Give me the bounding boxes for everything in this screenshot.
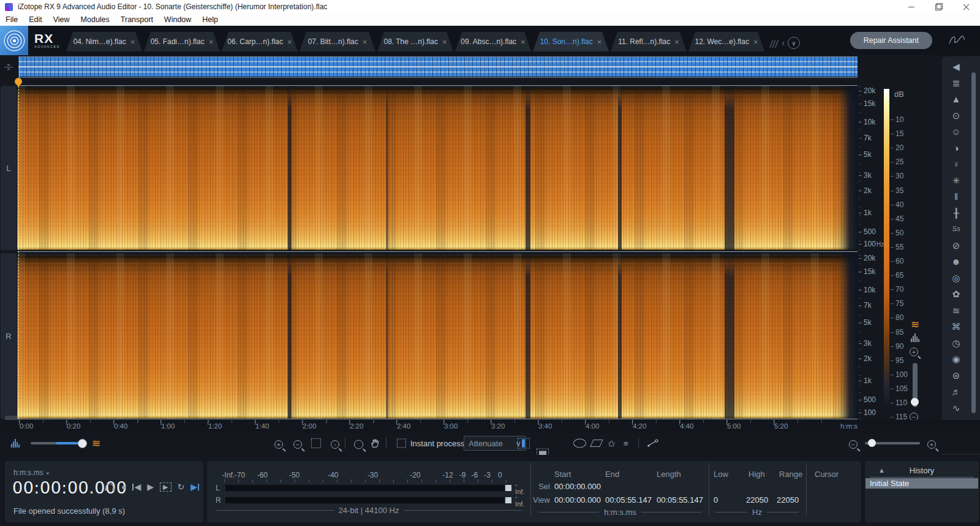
de-click-icon[interactable]: ╂	[953, 208, 959, 218]
waveform-spectrogram-blend-slider[interactable]	[31, 442, 87, 444]
tab-file-10[interactable]: 10. Son…n).flac×	[533, 32, 609, 51]
horizontal-zoom-slider[interactable]	[865, 442, 920, 444]
dialogue-de-reverb-icon[interactable]: ◉	[952, 354, 960, 364]
tab-close-icon[interactable]: ×	[130, 37, 135, 47]
tab-close-icon[interactable]: ×	[753, 37, 758, 47]
dialogue-contour-icon[interactable]: ⊜	[952, 370, 960, 381]
menu-modules[interactable]: Modules	[75, 13, 115, 26]
tab-file-8[interactable]: 08. The …n).flac×	[377, 32, 453, 51]
play-to-end-icon[interactable]: ▶	[190, 482, 199, 492]
zoom-in-vertical-icon[interactable]: +	[910, 348, 918, 356]
collapse-panel-icon[interactable]: ◀	[952, 61, 960, 72]
hand-tool-icon[interactable]	[370, 438, 380, 449]
zoom-out-icon[interactable]: −	[293, 440, 302, 449]
de-hum-icon[interactable]: ⊘	[952, 240, 960, 251]
tab-close-icon[interactable]: ×	[209, 37, 214, 47]
lasso-tool-icon[interactable]	[573, 439, 586, 448]
vertical-zoom-slider[interactable]	[913, 363, 918, 407]
de-clip-icon[interactable]: ‖	[954, 191, 958, 202]
de-plosive-icon[interactable]: ⊙	[952, 110, 960, 121]
mouth-de-click-icon[interactable]: ☻	[951, 256, 961, 267]
freq-range[interactable]: 22050	[777, 495, 799, 505]
dialogue-isolate-icon[interactable]: ◷	[952, 338, 960, 348]
wand-settings-icon[interactable]: ≡	[624, 439, 628, 448]
breath-control-icon[interactable]: ☺	[951, 126, 960, 137]
menu-window[interactable]: Window	[159, 13, 197, 26]
play-icon[interactable]: ▶	[147, 482, 154, 492]
sampler-tool-icon[interactable]	[647, 439, 659, 448]
de-ess-icon[interactable]: Ss	[952, 224, 960, 234]
overview-waveform-left[interactable]	[18, 57, 858, 66]
magic-wand-tool-icon[interactable]: ✩	[608, 439, 616, 448]
menu-view[interactable]: View	[48, 13, 75, 26]
overview-waveform-right[interactable]	[18, 67, 858, 77]
scroll-tabs-left-icon[interactable]: ‹	[782, 38, 785, 48]
menu-transport[interactable]: Transport	[115, 13, 159, 26]
scroll-modules-up-icon[interactable]: ▲	[952, 94, 961, 104]
tab-file-12[interactable]: 12. Wec…e).flac×	[688, 32, 764, 51]
menu-file[interactable]: File	[0, 13, 23, 26]
tab-file-9[interactable]: 09. Absc…n).flac×	[455, 32, 531, 51]
history-item[interactable]: Initial State	[865, 478, 978, 489]
waveform-view-icon[interactable]	[911, 334, 919, 342]
zoom-to-selection-icon[interactable]: ◦	[331, 440, 339, 449]
instant-process-checkbox[interactable]	[397, 439, 406, 448]
menu-help[interactable]: Help	[197, 13, 224, 26]
view-end[interactable]: 00:05:55.147	[605, 495, 652, 505]
tab-close-icon[interactable]: ×	[442, 37, 447, 47]
guitar-de-noise-icon[interactable]: ♬	[952, 386, 961, 397]
de-rustle-icon[interactable]: ✿	[952, 289, 960, 299]
tab-file-6[interactable]: 06. Carp…n).flac×	[222, 32, 298, 51]
de-crackle-icon[interactable]: ♀	[952, 159, 959, 169]
view-start[interactable]: 00:00:00.000	[554, 495, 601, 505]
sidebar-scrollbar[interactable]	[971, 72, 976, 413]
de-bleed-icon[interactable]: ◑	[953, 143, 959, 153]
restore-icon[interactable]	[925, 0, 952, 13]
process-mode-dropdown[interactable]: Attenuate ∨	[464, 436, 526, 451]
tab-file-4[interactable]: 04. Nim…e).flac×	[66, 32, 142, 51]
spectrogram-view-icon[interactable]: ≋	[911, 320, 919, 329]
tab-file-5[interactable]: 05. Fadi…n).flac×	[144, 32, 220, 51]
repair-assistant-button[interactable]: Repair Assistant	[850, 32, 932, 49]
channel-strip-left[interactable]: L	[1, 86, 17, 250]
tab-close-icon[interactable]: ×	[287, 37, 292, 47]
skip-to-start-icon[interactable]: ◀	[132, 482, 141, 492]
db-color-scale[interactable]	[884, 89, 889, 414]
signature-pen-icon[interactable]	[948, 34, 967, 47]
time-format-selector[interactable]: h:m:s.ms ▼	[13, 468, 50, 477]
channel-strip-right[interactable]: R	[1, 253, 17, 419]
close-icon[interactable]	[952, 0, 980, 13]
record-icon[interactable]: ●	[121, 482, 126, 492]
tab-close-icon[interactable]: ×	[521, 37, 526, 47]
loop-icon[interactable]: ↻	[178, 482, 185, 492]
tab-file-7[interactable]: 07. Bitt…n).flac×	[300, 32, 375, 51]
zoom-selection-box-icon[interactable]	[311, 438, 321, 448]
waveform-overview[interactable]	[18, 56, 858, 78]
freq-low[interactable]: 0	[714, 495, 718, 505]
menu-edit[interactable]: Edit	[23, 13, 48, 26]
tab-close-icon[interactable]: ×	[674, 37, 679, 47]
magnifier-tool-icon[interactable]	[354, 440, 363, 449]
freq-high[interactable]: 22050	[746, 495, 768, 505]
blend-slider-knob[interactable]	[78, 439, 87, 448]
playhead-marker[interactable]	[15, 78, 22, 85]
module-list-icon[interactable]: ≣	[952, 78, 960, 88]
de-reverb-icon[interactable]: ◎	[952, 273, 960, 283]
tab-list-chevron-icon[interactable]: ∨	[788, 37, 800, 49]
minimize-icon[interactable]	[897, 0, 925, 13]
waveform-blend-icon[interactable]	[11, 439, 20, 448]
zoom-in-horizontal-icon[interactable]: +	[927, 440, 936, 449]
time-ruler[interactable]: h:m:s 0:000:200:401:001:201:402:002:202:…	[0, 420, 980, 433]
brush-tool-icon[interactable]	[590, 440, 603, 447]
play-selection-icon[interactable]: ▶	[160, 482, 171, 492]
tab-close-icon[interactable]: ×	[363, 37, 368, 47]
signal-generator-icon[interactable]: ∿	[952, 403, 960, 413]
sel-start[interactable]: 00:00:00.000	[554, 482, 601, 491]
spectrogram-left-channel[interactable]	[17, 86, 858, 250]
zoom-out-horizontal-icon[interactable]: −	[849, 440, 858, 449]
de-noise-icon[interactable]: ✳	[952, 175, 960, 186]
collapse-waveform-icon[interactable]: ⌄⌃	[0, 56, 17, 77]
time-selection-tool-icon[interactable]	[518, 438, 530, 449]
monitor-headphones-icon[interactable]	[104, 482, 115, 492]
horizontal-zoom-knob[interactable]	[868, 439, 876, 447]
